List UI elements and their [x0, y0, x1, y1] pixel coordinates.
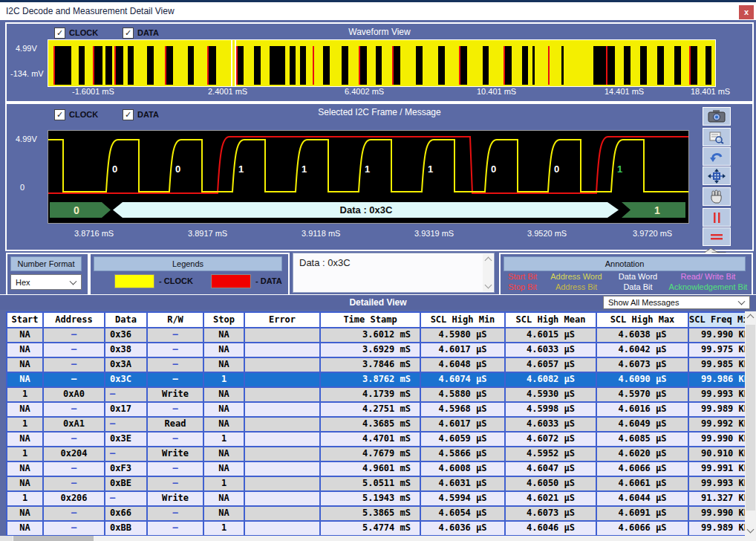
table-row[interactable]: NA–0x3C–13.8762 mS4.6074 µS4.6082 µS4.60…: [7, 373, 746, 388]
number-format-panel: Number Format Hex: [6, 253, 89, 296]
table-cell: 0x204: [44, 447, 105, 461]
zoom-preview-button[interactable]: [703, 128, 731, 146]
column-header[interactable]: SCL High Min: [421, 313, 506, 327]
table-horizontal-scrollbar[interactable]: [0, 536, 756, 541]
column-header[interactable]: Data: [105, 313, 148, 327]
clock-legend-label: - CLOCK: [159, 276, 193, 285]
annotation-legend: Start BitAddress WordData WordRead/ Writ…: [502, 271, 750, 294]
table-cell: –: [44, 328, 105, 342]
table-cell: 4.1739 mS: [321, 388, 421, 401]
table-row[interactable]: 10xA1–ReadNA4.3685 mS4.6017 µS4.6033 µS4…: [7, 418, 746, 433]
waveform-clock-checkbox[interactable]: ✓: [54, 27, 65, 39]
fit-view-button[interactable]: [703, 166, 731, 185]
vertical-cursors-button[interactable]: [703, 208, 731, 227]
clock-low-bar: [607, 46, 615, 85]
data-display-scrollbar[interactable]: [483, 254, 493, 291]
waveform-clock-checkbox-label: CLOCK: [69, 28, 98, 37]
table-cell: NA: [204, 358, 245, 372]
table-row[interactable]: NA–0xF3–NA4.9601 mS4.6008 µS4.6047 µS4.6…: [7, 462, 746, 477]
number-format-select[interactable]: Hex: [10, 274, 82, 290]
table-cell: 0xBE: [105, 477, 148, 490]
waveform-overview-strip[interactable]: [48, 39, 716, 87]
table-cell: 4.6015 µS: [506, 328, 597, 342]
table-cell: 1: [7, 447, 44, 461]
table-row[interactable]: NA–0xBE–15.0511 mS4.6031 µS4.6050 µS4.60…: [7, 477, 746, 492]
chevron-down-icon: [738, 298, 746, 305]
frame-waveform-area[interactable]: 0 Data : 0x3C 1 001111001: [48, 130, 689, 224]
pan-button[interactable]: [703, 187, 731, 206]
column-header[interactable]: Address: [44, 313, 105, 327]
scroll-left-icon: [0, 536, 13, 541]
table-cell: 4.6036 µS: [421, 522, 506, 535]
table-row[interactable]: NA–0x3E–14.4701 mS4.6059 µS4.6072 µS4.60…: [7, 433, 746, 447]
table-cell: 4.6017 µS: [421, 343, 506, 357]
clock-low-bar: [706, 46, 711, 85]
table-cell: 4.5952 µS: [506, 447, 597, 461]
table-cell: 4.6085 µS: [597, 433, 689, 446]
table-row[interactable]: 10x204–WriteNA4.7679 mS4.5866 µS4.5952 µ…: [7, 447, 746, 462]
annotation-panel: Annotation Start BitAddress WordData Wor…: [499, 253, 753, 296]
column-header[interactable]: Error: [245, 313, 321, 327]
time-axis-label: 10.401 mS: [477, 87, 516, 96]
table-cell: 5.0511 mS: [321, 477, 421, 490]
waveform-data-checkbox[interactable]: ✓: [123, 27, 134, 39]
frame-selection-marker: [231, 40, 232, 86]
column-header[interactable]: Time Stamp: [321, 313, 421, 327]
horizontal-cursors-button[interactable]: [703, 227, 731, 246]
time-axis-label: -1.6001 mS: [72, 87, 114, 96]
frame-y-top-label: 4.99V: [16, 135, 37, 143]
table-cell: [245, 433, 321, 446]
table-row[interactable]: NA–0xBB–15.4774 mS4.6036 µS4.6046 µS4.60…: [7, 522, 746, 537]
table-cell: 4.6057 µS: [506, 358, 597, 372]
table-cell: 0x38: [105, 343, 148, 357]
message-filter-select[interactable]: Show All Messages: [603, 296, 750, 309]
frame-clock-checkbox[interactable]: ✓: [54, 109, 65, 120]
column-header[interactable]: Start: [7, 313, 44, 327]
clock-low-bar: [561, 46, 564, 85]
table-cell: NA: [204, 418, 245, 431]
close-button[interactable]: x: [739, 5, 754, 19]
zoom-document-icon: [708, 131, 726, 144]
table-cell: –: [148, 403, 204, 416]
table-row[interactable]: 10xA0–WriteNA4.1739 mS4.5880 µS4.5930 µS…: [7, 388, 746, 403]
data-legend-label: - DATA: [255, 276, 282, 285]
clock-low-bar: [116, 46, 123, 85]
clock-low-bar: [342, 46, 348, 85]
table-cell: –: [44, 343, 105, 357]
table-vertical-scrollbar[interactable]: [745, 311, 756, 536]
bit-value-label: 1: [365, 163, 370, 175]
table-row[interactable]: NA–0x3A–NA3.7846 mS4.6048 µS4.6057 µS4.6…: [7, 358, 746, 373]
table-cell: [245, 522, 321, 535]
clock-low-bar: [188, 46, 194, 85]
window-title: I2C Decode and Measurement Detail View: [6, 6, 175, 16]
table-row[interactable]: NA–0x38–NA3.6929 mS4.6017 µS4.6033 µS4.6…: [7, 343, 746, 358]
table-row[interactable]: NA–0x36–NA3.6012 mS4.5980 µS4.6015 µS4.6…: [7, 328, 746, 343]
column-header[interactable]: Stop: [204, 313, 245, 327]
table-row[interactable]: NA–0x66–NA5.3865 mS4.6054 µS4.6073 µS4.6…: [7, 507, 746, 522]
table-cell: 4.6044 µS: [597, 492, 689, 505]
table-cell: 3.7846 mS: [321, 358, 421, 372]
column-header[interactable]: SCL High Mean: [506, 313, 597, 327]
table-cell: 0xA1: [44, 418, 105, 431]
scroll-up-icon: [485, 257, 492, 265]
column-header[interactable]: SCL Freq Min: [689, 313, 746, 327]
frame-data-checkbox[interactable]: ✓: [123, 109, 134, 120]
table-cell: –: [148, 507, 204, 520]
undo-button[interactable]: [703, 147, 731, 166]
table-row[interactable]: NA–0x17–NA4.2751 mS4.5968 µS4.5998 µS4.6…: [7, 403, 746, 418]
table-cell: 4.6054 µS: [421, 507, 506, 520]
table-cell: 0x66: [105, 507, 148, 520]
table-cell: NA: [204, 447, 245, 461]
column-header[interactable]: SCL High Max: [597, 313, 689, 327]
table-cell: 3.6012 mS: [321, 328, 421, 342]
snapshot-camera-button[interactable]: [703, 107, 731, 126]
table-cell: 4.5998 µS: [506, 403, 597, 416]
scroll-down-icon: [485, 282, 492, 289]
table-cell: 99.990 KHz: [689, 507, 746, 520]
column-header[interactable]: R/W: [148, 313, 204, 327]
table-row[interactable]: 10x206–WriteNA5.1943 mS4.5994 µS4.6021 µ…: [7, 492, 746, 507]
scrollbar-thumb[interactable]: [746, 325, 755, 511]
table-cell: NA: [7, 343, 44, 357]
annotation-item: Address Bit: [543, 282, 610, 291]
scrollbar-thumb[interactable]: [13, 536, 94, 541]
